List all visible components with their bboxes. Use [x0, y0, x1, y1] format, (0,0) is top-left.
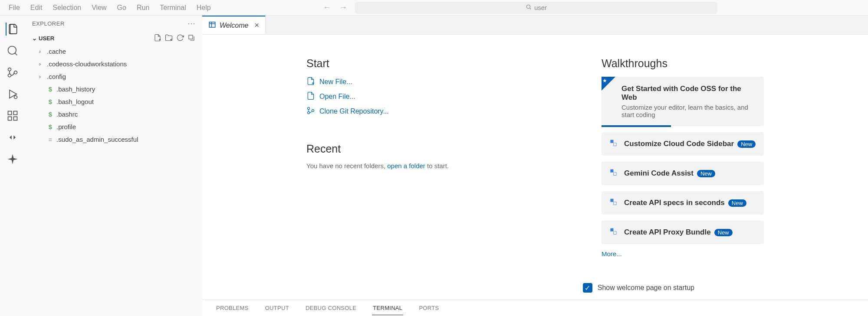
startup-checkbox-row[interactable]: ✓ Show welcome page on startup: [583, 283, 694, 293]
cloud-code-activity-icon[interactable]: [6, 131, 19, 144]
panel-tab-debug-console[interactable]: DEBUG CONSOLE: [305, 301, 357, 315]
menu-terminal[interactable]: Terminal: [155, 2, 191, 13]
menu-run[interactable]: Run: [132, 2, 155, 13]
start-item[interactable]: Clone Git Repository...: [306, 106, 532, 117]
svg-rect-21: [209, 22, 215, 27]
ai-activity-icon[interactable]: [6, 153, 19, 166]
sidebar-more-icon[interactable]: ⋯: [187, 19, 195, 28]
svg-point-2: [8, 46, 16, 55]
walkthrough-title: Get Started with Code OSS for the Web: [621, 85, 754, 102]
nav-back-icon[interactable]: ←: [323, 3, 331, 12]
menu-file[interactable]: File: [3, 2, 25, 13]
chevron-right-icon: ›: [39, 49, 44, 55]
search-icon: [526, 4, 532, 11]
menu-selection[interactable]: Selection: [47, 2, 86, 13]
svg-point-6: [14, 71, 17, 74]
walkthrough-item[interactable]: ◆◇Create API specs in secondsNew: [602, 191, 764, 215]
new-badge: New: [697, 170, 715, 177]
source-control-activity-icon[interactable]: [6, 66, 19, 79]
tree-item[interactable]: $.profile: [35, 121, 202, 133]
refresh-icon[interactable]: [176, 34, 184, 43]
explorer-sidebar: EXPLORER ⋯ ⌄ USER ›.cache›.codeoss-cloud…: [25, 16, 202, 316]
tab-label: Welcome: [220, 22, 248, 29]
start-item[interactable]: Open File...: [306, 91, 532, 102]
tab-bar: Welcome ×: [202, 16, 868, 35]
chevron-right-icon: ›: [39, 61, 44, 67]
svg-point-5: [8, 74, 11, 77]
svg-rect-20: [189, 35, 193, 39]
new-folder-icon[interactable]: [165, 34, 173, 43]
file-icon: $: [47, 111, 54, 118]
tree-item[interactable]: ›.cache: [35, 45, 202, 58]
menu-help[interactable]: Help: [191, 2, 216, 13]
chevron-down-icon: ⌄: [32, 35, 37, 42]
chevron-right-icon: ›: [39, 74, 44, 80]
tab-welcome[interactable]: Welcome ×: [202, 16, 266, 34]
walkthroughs-heading: Walkthroughs: [602, 57, 764, 70]
panel-tab-ports[interactable]: PORTS: [418, 301, 440, 315]
walkthrough-icon: ◆◇: [609, 169, 619, 178]
menu-edit[interactable]: Edit: [25, 2, 48, 13]
walkthrough-item[interactable]: ◆◇Customize Cloud Code SidebarNew: [602, 132, 764, 156]
folder-header[interactable]: ⌄ USER: [25, 31, 202, 45]
walkthrough-icon: ◆◇: [609, 139, 619, 149]
svg-line-1: [530, 8, 531, 10]
panel-tab-output[interactable]: OUTPUT: [264, 301, 290, 315]
svg-point-26: [308, 108, 310, 110]
svg-point-27: [308, 112, 310, 114]
file-icon: $: [47, 123, 54, 130]
checkbox-checked-icon[interactable]: ✓: [583, 283, 592, 293]
collapse-icon[interactable]: [187, 34, 195, 43]
tree-item[interactable]: $.bash_history: [35, 83, 202, 95]
svg-point-28: [312, 110, 314, 112]
walkthroughs-more-link[interactable]: More...: [602, 250, 622, 257]
walkthrough-featured[interactable]: ★ Get Started with Code OSS for the Web …: [602, 77, 764, 126]
walkthrough-item[interactable]: ◆◇Create API Proxy BundleNew: [602, 221, 764, 244]
close-icon[interactable]: ×: [254, 21, 259, 30]
walkthrough-item[interactable]: ◆◇Gemini Code AssistNew: [602, 162, 764, 185]
start-item[interactable]: New File...: [306, 77, 532, 87]
new-badge: New: [728, 199, 746, 207]
svg-point-8: [14, 96, 17, 99]
nav-forward-icon[interactable]: →: [339, 3, 347, 12]
svg-marker-15: [7, 154, 17, 164]
tree-item[interactable]: ≡.sudo_as_admin_successful: [35, 133, 202, 146]
menu-go[interactable]: Go: [112, 2, 132, 13]
menu-bar: FileEditSelectionViewGoRunTerminalHelp ←…: [0, 0, 868, 16]
start-heading: Start: [306, 57, 532, 70]
file-icon: ≡: [47, 136, 54, 143]
run-debug-activity-icon[interactable]: [6, 88, 19, 101]
search-value: user: [534, 4, 547, 11]
panel-tab-terminal[interactable]: TERMINAL: [372, 301, 403, 315]
sidebar-title: EXPLORER: [32, 20, 65, 27]
recent-heading: Recent: [306, 143, 532, 155]
search-activity-icon[interactable]: [6, 44, 19, 57]
explorer-activity-icon[interactable]: [6, 23, 19, 36]
open-folder-link[interactable]: open a folder: [387, 162, 425, 169]
recent-text: You have no recent folders, open a folde…: [306, 162, 532, 169]
svg-rect-12: [13, 117, 17, 120]
start-item-icon: [306, 77, 315, 87]
tree-item[interactable]: $.bash_logout: [35, 95, 202, 108]
svg-line-3: [15, 53, 17, 55]
new-file-icon[interactable]: [154, 34, 161, 43]
startup-checkbox-label: Show welcome page on startup: [598, 284, 694, 292]
tree-item[interactable]: $.bashrc: [35, 108, 202, 121]
tree-item[interactable]: ›.config: [35, 70, 202, 83]
tree-item[interactable]: ›.codeoss-cloudworkstations: [35, 58, 202, 70]
svg-marker-7: [10, 90, 16, 98]
svg-marker-14: [13, 135, 16, 139]
walkthrough-icon: ◆◇: [609, 228, 619, 237]
star-icon: ★: [602, 78, 607, 84]
file-icon: $: [47, 98, 54, 105]
svg-marker-13: [10, 135, 12, 139]
file-icon: $: [47, 85, 54, 93]
svg-point-0: [526, 5, 530, 8]
command-center-search[interactable]: user: [355, 2, 717, 14]
new-badge: New: [714, 229, 733, 236]
panel-tab-problems[interactable]: PROBLEMS: [215, 301, 250, 315]
editor-area: Welcome × Start New File...Open File...C…: [202, 16, 868, 316]
extensions-activity-icon[interactable]: [6, 109, 19, 122]
menu-view[interactable]: View: [86, 2, 112, 13]
start-item-icon: [306, 106, 315, 117]
